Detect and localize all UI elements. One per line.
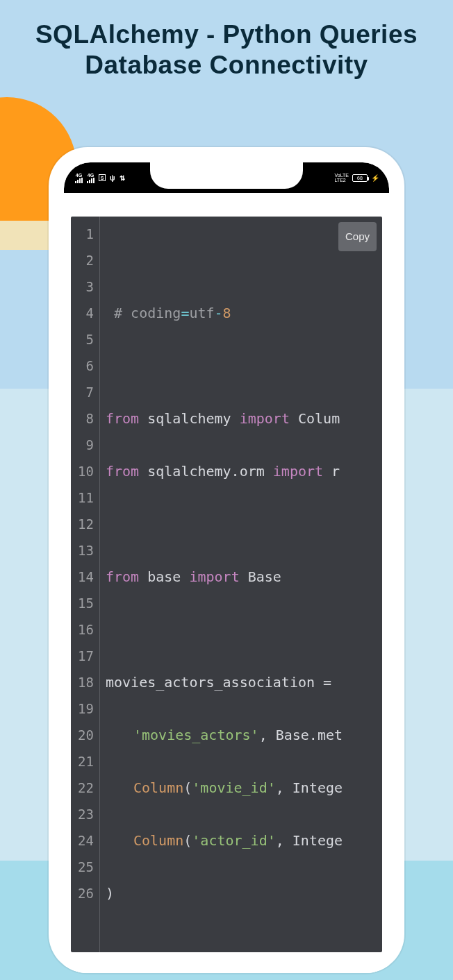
line-number: 17: [71, 643, 94, 669]
line-number: 10: [71, 458, 94, 484]
battery-icon: 68: [352, 174, 368, 182]
code-editor[interactable]: Copy 12345678910111213141516171819202122…: [71, 217, 382, 952]
code-line: Column('movie_id', Intege: [106, 775, 382, 801]
line-number: 5: [71, 326, 94, 353]
line-number: 18: [71, 669, 94, 695]
code-line: from sqlalchemy.orm import r: [106, 458, 382, 484]
transfer-icon: ⇅: [120, 174, 125, 182]
line-number: 13: [71, 537, 94, 564]
code-line: 'movies_actors', Base.met: [106, 722, 382, 748]
code-line: Column('actor_id', Intege: [106, 827, 382, 854]
line-number: 2: [71, 247, 94, 273]
phone-mockup: 4G 4G S ψ ⇅ VoLTE LTE2 68 ⚡: [49, 147, 404, 973]
line-number: 12: [71, 511, 94, 537]
line-number: 4: [71, 300, 94, 326]
network-label: 4G: [76, 173, 82, 178]
line-number: 16: [71, 616, 94, 643]
line-number: 3: [71, 273, 94, 300]
code-line: [106, 933, 382, 952]
page-title: SQLAlchemy - Python Queries Database Con…: [0, 19, 453, 81]
line-number: 8: [71, 405, 94, 432]
phone-screen: 4G 4G S ψ ⇅ VoLTE LTE2 68 ⚡: [64, 162, 389, 973]
line-number: 26: [71, 880, 94, 906]
line-number: 6: [71, 353, 94, 379]
headline-line-1: SQLAlchemy - Python Queries: [35, 20, 418, 49]
line-number: 7: [71, 379, 94, 405]
line-number: 21: [71, 748, 94, 775]
line-number: 9: [71, 432, 94, 458]
copy-button[interactable]: Copy: [338, 222, 377, 251]
code-line: [106, 353, 382, 379]
line-number-gutter: 1234567891011121314151617181920212223242…: [71, 217, 100, 952]
phone-notch: [150, 162, 303, 189]
headline-line-2: Database Connectivity: [85, 51, 368, 79]
line-number: 22: [71, 775, 94, 801]
charging-icon: ⚡: [371, 174, 379, 182]
line-number: 23: [71, 801, 94, 827]
app-body: Copy 12345678910111213141516171819202122…: [64, 193, 389, 973]
code-line: from sqlalchemy import Colum: [106, 405, 382, 432]
lte-indicator: VoLTE LTE2: [335, 173, 349, 183]
status-bar: 4G 4G S ψ ⇅ VoLTE LTE2 68 ⚡: [64, 162, 389, 193]
status-left: 4G 4G S ψ ⇅: [75, 162, 125, 193]
line-number: 1: [71, 221, 94, 247]
status-right: VoLTE LTE2 68 ⚡: [335, 162, 380, 193]
usb-icon: ψ: [110, 174, 115, 182]
line-number: 15: [71, 590, 94, 616]
line-number: 25: [71, 854, 94, 880]
line-number: 19: [71, 695, 94, 722]
code-line: from base import Base: [106, 564, 382, 590]
s-icon: S: [99, 174, 106, 181]
line-number: 20: [71, 722, 94, 748]
code-line: [106, 511, 382, 537]
code-line: [106, 616, 382, 643]
code-line: # coding=utf-8: [106, 300, 382, 326]
line-number: 11: [71, 484, 94, 511]
code-line: ): [106, 880, 382, 906]
line-number: 24: [71, 827, 94, 854]
network-label: 4G: [88, 173, 94, 178]
line-number: 14: [71, 564, 94, 590]
signal-icon: 4G: [87, 173, 94, 183]
signal-icon: 4G: [75, 173, 83, 183]
code-line: movies_actors_association =: [106, 669, 382, 695]
code-area[interactable]: # coding=utf-8 from sqlalchemy import Co…: [100, 217, 382, 952]
